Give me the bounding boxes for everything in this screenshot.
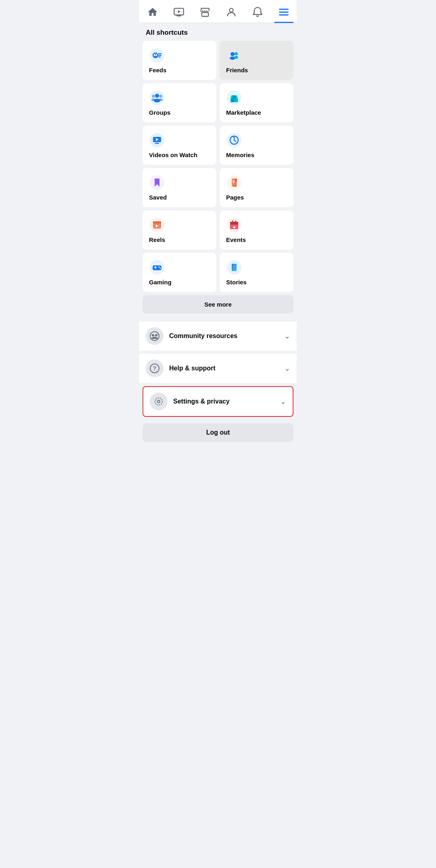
svg-rect-45: [235, 179, 237, 181]
shortcut-friends[interactable]: Friends: [220, 41, 293, 80]
svg-rect-69: [233, 264, 236, 271]
feeds-label: Feeds: [149, 67, 166, 74]
shortcut-videos-on-watch[interactable]: Videos on Watch: [143, 126, 216, 165]
nav-menu[interactable]: [274, 4, 293, 20]
svg-point-49: [155, 222, 156, 223]
list-sections: Community resources ⌄ ? Help & support ⌄: [139, 322, 297, 417]
feeds-icon: [149, 47, 165, 63]
svg-point-72: [155, 334, 157, 336]
friends-label: Friends: [226, 67, 248, 74]
shortcut-pages[interactable]: Pages: [220, 168, 293, 207]
groups-icon: [149, 90, 165, 106]
shortcut-groups[interactable]: Groups: [143, 83, 216, 122]
svg-rect-56: [232, 221, 233, 223]
events-icon: ★: [226, 217, 242, 233]
settings-privacy-label: Settings & privacy: [173, 398, 280, 405]
help-support-icon: ?: [146, 359, 164, 377]
help-support-section: ? Help & support ⌄: [139, 354, 297, 383]
svg-point-70: [150, 332, 159, 340]
svg-rect-63: [155, 266, 156, 269]
svg-point-26: [159, 95, 162, 98]
reels-label: Reels: [149, 236, 165, 243]
settings-privacy-chevron: ⌄: [280, 397, 286, 406]
svg-point-22: [155, 94, 159, 98]
help-support-label: Help & support: [169, 365, 284, 372]
nav-profile[interactable]: [222, 4, 241, 20]
svg-rect-43: [233, 181, 235, 181]
stories-icon: [226, 259, 242, 275]
svg-rect-3: [201, 13, 208, 16]
shortcut-marketplace[interactable]: Marketplace: [220, 83, 293, 122]
shortcuts-grid: Feeds Friends: [139, 41, 297, 295]
logout-button[interactable]: Log out: [143, 423, 293, 442]
svg-point-20: [234, 56, 238, 59]
settings-privacy-icon: [150, 393, 168, 410]
svg-text:★: ★: [233, 225, 236, 229]
friends-icon: [226, 47, 242, 63]
svg-text:?: ?: [153, 365, 157, 372]
community-resources-label: Community resources: [169, 332, 284, 340]
nav-watch[interactable]: [169, 4, 189, 20]
nav-home[interactable]: [143, 4, 162, 20]
shortcut-memories[interactable]: Memories: [220, 126, 293, 165]
marketplace-label: Marketplace: [226, 109, 261, 116]
content-area: All shortcuts Feeds: [139, 23, 297, 450]
stories-label: Stories: [226, 279, 247, 286]
nav-notifications[interactable]: [248, 4, 267, 20]
pages-label: Pages: [226, 194, 244, 201]
svg-marker-1: [178, 10, 180, 13]
help-support-chevron: ⌄: [284, 364, 290, 373]
svg-rect-30: [231, 99, 234, 102]
saved-icon: [149, 174, 165, 191]
shortcuts-title: All shortcuts: [139, 23, 297, 41]
settings-privacy-item[interactable]: Settings & privacy ⌄: [143, 386, 293, 417]
svg-point-77: [158, 401, 159, 402]
shortcut-events[interactable]: ★ Events: [220, 210, 293, 250]
svg-point-27: [159, 99, 163, 101]
svg-point-4: [229, 8, 233, 12]
pages-icon: [226, 174, 242, 191]
events-label: Events: [226, 236, 246, 243]
svg-point-17: [231, 52, 235, 56]
svg-point-50: [157, 222, 158, 223]
gaming-icon: [149, 259, 165, 275]
shortcut-gaming[interactable]: Gaming: [143, 253, 216, 292]
marketplace-icon: [226, 90, 242, 106]
videos-on-watch-icon: [149, 132, 165, 148]
videos-on-watch-label: Videos on Watch: [149, 151, 197, 158]
community-resources-item[interactable]: Community resources ⌄: [139, 322, 297, 351]
shortcut-saved[interactable]: Saved: [143, 168, 216, 207]
gaming-label: Gaming: [149, 279, 172, 286]
svg-point-51: [159, 222, 160, 223]
svg-point-71: [152, 334, 154, 336]
svg-rect-55: [230, 222, 238, 224]
settings-privacy-section: Settings & privacy ⌄: [139, 386, 297, 417]
shortcut-feeds[interactable]: Feeds: [143, 41, 216, 80]
community-resources-section: Community resources ⌄: [139, 322, 297, 351]
groups-label: Groups: [149, 109, 170, 116]
svg-rect-31: [233, 95, 236, 99]
help-support-item[interactable]: ? Help & support ⌄: [139, 354, 297, 383]
see-more-button[interactable]: See more: [143, 295, 293, 313]
svg-point-65: [160, 268, 161, 269]
memories-icon: [226, 132, 242, 148]
svg-point-14: [155, 54, 156, 55]
saved-label: Saved: [149, 194, 167, 201]
shortcut-stories[interactable]: Stories: [220, 253, 293, 292]
reels-icon: [149, 217, 165, 233]
active-indicator: [274, 22, 293, 23]
svg-rect-44: [233, 182, 234, 183]
community-resources-chevron: ⌄: [284, 332, 290, 340]
svg-point-15: [154, 56, 157, 57]
nav-marketplace[interactable]: [195, 4, 215, 20]
top-navigation: [139, 0, 297, 23]
svg-point-25: [151, 99, 155, 101]
shortcut-reels[interactable]: Reels: [143, 210, 216, 250]
community-resources-icon: [146, 327, 164, 345]
svg-point-19: [235, 52, 238, 55]
svg-rect-57: [235, 221, 237, 223]
memories-label: Memories: [226, 151, 254, 158]
svg-point-64: [159, 267, 160, 268]
svg-point-24: [152, 95, 155, 98]
